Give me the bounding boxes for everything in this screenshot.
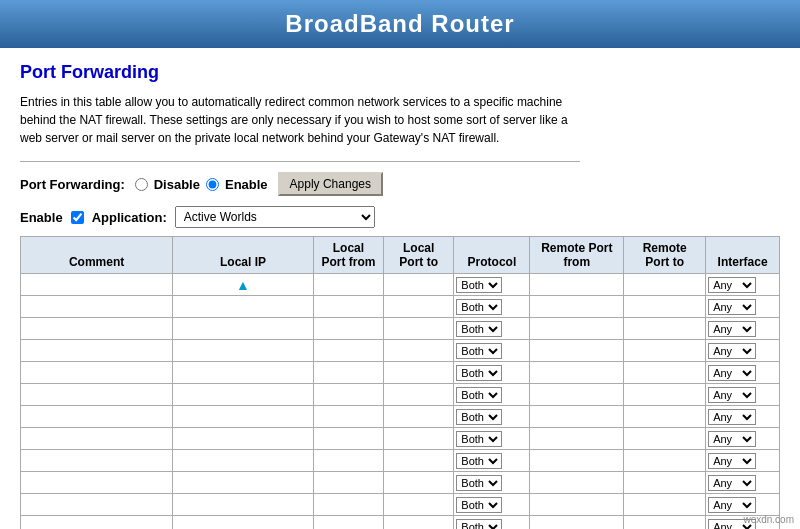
apply-changes-button[interactable]: Apply Changes	[278, 172, 383, 196]
enable-radio[interactable]	[206, 178, 219, 191]
protocol-select[interactable]: BothTCPUDP	[456, 519, 502, 530]
interface-select[interactable]: AnyWANLAN	[708, 343, 756, 359]
interface-cell[interactable]: AnyWANLAN	[706, 318, 780, 340]
col-local-port-to: Local Port to	[384, 237, 454, 274]
remote-port-from-cell	[530, 384, 624, 406]
table-row: BothTCPUDPAnyWANLAN	[21, 384, 780, 406]
local-port-to-cell	[384, 318, 454, 340]
comment-cell	[21, 516, 173, 530]
protocol-select[interactable]: BothTCPUDP	[456, 387, 502, 403]
protocol-select[interactable]: BothTCPUDP	[456, 365, 502, 381]
interface-select[interactable]: AnyWANLAN	[708, 497, 756, 513]
protocol-cell[interactable]: BothTCPUDP	[454, 406, 530, 428]
local-port-to-cell	[384, 296, 454, 318]
protocol-cell[interactable]: BothTCPUDP	[454, 340, 530, 362]
interface-select[interactable]: AnyWANLAN	[708, 387, 756, 403]
protocol-select[interactable]: BothTCPUDP	[456, 497, 502, 513]
protocol-select[interactable]: BothTCPUDP	[456, 475, 502, 491]
local-port-to-cell	[384, 472, 454, 494]
protocol-cell[interactable]: BothTCPUDP	[454, 384, 530, 406]
enable-checkbox[interactable]	[71, 211, 84, 224]
protocol-select[interactable]: BothTCPUDP	[456, 277, 502, 293]
local-ip-cell	[173, 428, 314, 450]
interface-cell[interactable]: AnyWANLAN	[706, 428, 780, 450]
interface-select[interactable]: AnyWANLAN	[708, 409, 756, 425]
local-port-to-cell	[384, 362, 454, 384]
protocol-cell[interactable]: BothTCPUDP	[454, 516, 530, 530]
page-description: Entries in this table allow you to autom…	[20, 93, 580, 147]
interface-cell[interactable]: AnyWANLAN	[706, 384, 780, 406]
local-port-from-cell	[313, 450, 383, 472]
table-row: ▲BothTCPUDPAnyWANLAN	[21, 274, 780, 296]
local-ip-cell	[173, 516, 314, 530]
protocol-cell[interactable]: BothTCPUDP	[454, 428, 530, 450]
remote-port-from-cell	[530, 516, 624, 530]
watermark: wexdn.com	[743, 514, 794, 525]
interface-cell[interactable]: AnyWANLAN	[706, 494, 780, 516]
protocol-select[interactable]: BothTCPUDP	[456, 299, 502, 315]
table-row: BothTCPUDPAnyWANLAN	[21, 428, 780, 450]
local-port-from-cell	[313, 428, 383, 450]
local-port-to-cell	[384, 384, 454, 406]
comment-cell	[21, 494, 173, 516]
protocol-select[interactable]: BothTCPUDP	[456, 453, 502, 469]
interface-select[interactable]: AnyWANLAN	[708, 431, 756, 447]
protocol-select[interactable]: BothTCPUDP	[456, 343, 502, 359]
protocol-cell[interactable]: BothTCPUDP	[454, 274, 530, 296]
local-ip-cell	[173, 340, 314, 362]
application-select[interactable]: Active Worlds	[175, 206, 375, 228]
local-port-to-cell	[384, 450, 454, 472]
table-row: BothTCPUDPAnyWANLAN	[21, 362, 780, 384]
interface-cell[interactable]: AnyWANLAN	[706, 362, 780, 384]
table-row: BothTCPUDPAnyWANLAN	[21, 472, 780, 494]
table-row: BothTCPUDPAnyWANLAN	[21, 318, 780, 340]
protocol-cell[interactable]: BothTCPUDP	[454, 296, 530, 318]
comment-cell	[21, 274, 173, 296]
protocol-cell[interactable]: BothTCPUDP	[454, 318, 530, 340]
remote-port-to-cell	[624, 296, 706, 318]
col-protocol: Protocol	[454, 237, 530, 274]
remote-port-from-cell	[530, 494, 624, 516]
local-port-from-cell	[313, 274, 383, 296]
table-row: BothTCPUDPAnyWANLAN	[21, 340, 780, 362]
comment-cell	[21, 384, 173, 406]
local-port-from-cell	[313, 340, 383, 362]
protocol-cell[interactable]: BothTCPUDP	[454, 362, 530, 384]
local-port-to-cell	[384, 428, 454, 450]
col-local-ip: Local IP	[173, 237, 314, 274]
comment-cell	[21, 362, 173, 384]
local-ip-cell	[173, 494, 314, 516]
interface-select[interactable]: AnyWANLAN	[708, 475, 756, 491]
local-port-from-cell	[313, 494, 383, 516]
interface-cell[interactable]: AnyWANLAN	[706, 472, 780, 494]
interface-select[interactable]: AnyWANLAN	[708, 453, 756, 469]
interface-cell[interactable]: AnyWANLAN	[706, 274, 780, 296]
local-port-from-cell	[313, 318, 383, 340]
remote-port-from-cell	[530, 318, 624, 340]
table-row: BothTCPUDPAnyWANLAN	[21, 494, 780, 516]
interface-cell[interactable]: AnyWANLAN	[706, 296, 780, 318]
interface-select[interactable]: AnyWANLAN	[708, 321, 756, 337]
interface-cell[interactable]: AnyWANLAN	[706, 406, 780, 428]
protocol-select[interactable]: BothTCPUDP	[456, 409, 502, 425]
local-port-from-cell	[313, 406, 383, 428]
disable-radio[interactable]	[135, 178, 148, 191]
table-row: BothTCPUDPAnyWANLAN	[21, 516, 780, 530]
remote-port-to-cell	[624, 406, 706, 428]
protocol-cell[interactable]: BothTCPUDP	[454, 494, 530, 516]
interface-cell[interactable]: AnyWANLAN	[706, 340, 780, 362]
remote-port-to-cell	[624, 318, 706, 340]
interface-select[interactable]: AnyWANLAN	[708, 277, 756, 293]
protocol-cell[interactable]: BothTCPUDP	[454, 450, 530, 472]
interface-select[interactable]: AnyWANLAN	[708, 299, 756, 315]
protocol-cell[interactable]: BothTCPUDP	[454, 472, 530, 494]
comment-cell	[21, 406, 173, 428]
remote-port-from-cell	[530, 428, 624, 450]
protocol-select[interactable]: BothTCPUDP	[456, 431, 502, 447]
protocol-select[interactable]: BothTCPUDP	[456, 321, 502, 337]
local-ip-cell	[173, 296, 314, 318]
interface-select[interactable]: AnyWANLAN	[708, 365, 756, 381]
remote-port-from-cell	[530, 450, 624, 472]
local-port-to-cell	[384, 494, 454, 516]
interface-cell[interactable]: AnyWANLAN	[706, 450, 780, 472]
